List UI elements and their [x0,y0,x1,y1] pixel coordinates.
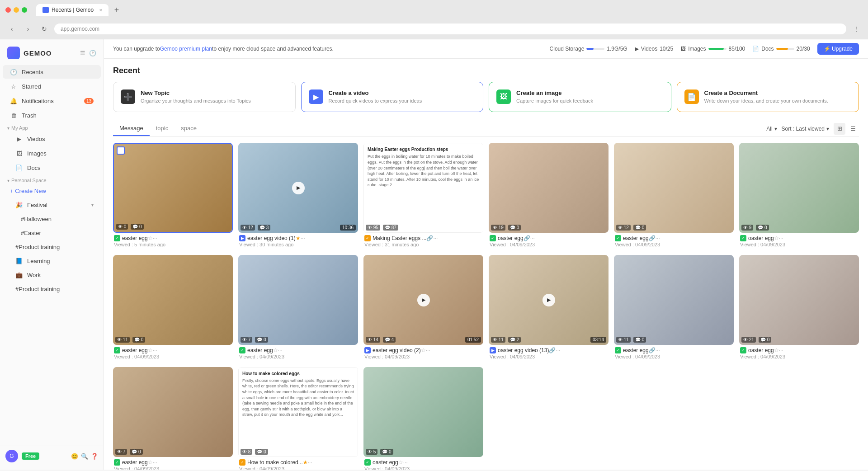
browser-tab[interactable]: Recents | Gemoo × [36,4,108,16]
sidebar-item-images[interactable]: 🖼 Images [3,146,101,160]
banner-link[interactable]: Gemoo premium plan [160,46,212,52]
photo-8 [238,255,358,345]
tab-message[interactable]: Message [113,121,150,136]
close-traffic-light[interactable] [5,7,11,13]
sidebar-item-product-training[interactable]: #Product training [3,240,101,254]
more-btn-4[interactable]: ··· [530,235,535,241]
media-item-8[interactable]: 👁 7 💬 0 ✓ easter egg ☆ ··· Viewed : 04/0… [238,255,358,362]
media-item-9[interactable]: ▶ 01:52 👁 14 💬 4 ▶ easter egg video (2) … [363,255,483,362]
maximize-traffic-light[interactable] [22,7,27,13]
link-btn-5[interactable]: 🔗 [649,235,656,241]
media-item-12[interactable]: 👁 21 💬 0 ✓ oaster egg ☆ ··· Viewed : 04/… [739,255,859,362]
quick-card-new-topic[interactable]: ➕ New Topic Organize your thoughts and m… [113,82,296,112]
quick-card-create-doc[interactable]: 📄 Create a Document Write down your idea… [677,82,859,112]
sidebar-item-product-training2[interactable]: #Product training [3,283,101,296]
new-tab-btn[interactable]: + [110,4,123,16]
extensions-btn[interactable]: ⋮ [850,23,863,35]
reload-btn[interactable]: ↻ [38,23,51,35]
link-btn-3[interactable]: 🔗 [426,235,433,241]
quick-card-create-image[interactable]: 🖼 Create an image Capture images for qui… [489,82,671,112]
link-btn-11[interactable]: 🔗 [649,347,656,353]
star-btn-6[interactable]: ☆ [774,235,779,241]
filter-dropdown[interactable]: All ▾ [766,126,777,132]
media-item-1[interactable]: 👁 0 💬 0 ✓ easter egg ☆ ··· Viewed : 5 mi… [113,143,233,250]
more-btn-11[interactable]: ··· [656,347,660,353]
sidebar-item-festival[interactable]: 🎉 Festival ▾ [3,198,101,212]
forward-btn[interactable]: › [22,23,34,35]
sidebar-item-notifications[interactable]: 🔔 Notificaitons 13 [3,94,101,108]
more-btn-6[interactable]: ··· [779,235,783,241]
more-btn-15[interactable]: ··· [403,459,408,466]
more-btn-5[interactable]: ··· [656,235,660,241]
more-btn-1[interactable]: ··· [153,235,157,241]
more-btn-9[interactable]: ··· [426,347,430,353]
more-btn-3[interactable]: ··· [433,235,438,241]
create-new-btn[interactable]: + Create New [3,185,101,197]
media-item-15[interactable]: 👁 5 💬 0 ✓ oaster egg ☆ ··· Viewed : 04/0… [363,367,483,470]
more-btn-13[interactable]: ··· [153,459,157,466]
link-btn-4[interactable]: 🔗 [524,235,530,241]
more-btn-14[interactable]: ··· [308,459,312,466]
star-btn-12[interactable]: ☆ [774,347,779,353]
sidebar-item-starred[interactable]: ☆ Starred [3,80,101,93]
media-item-2[interactable]: ▶ 10:36 👁 12 💬 3 ▶ easter egg video (1) … [238,143,358,250]
grid-view-btn[interactable]: ⊞ [834,123,845,135]
back-btn[interactable]: ‹ [5,23,18,35]
sidebar-item-halloween[interactable]: #Halloween [3,212,101,226]
play-btn-2[interactable]: ▶ [292,182,305,194]
link-btn-10[interactable]: 🔗 [549,347,556,353]
sidebar-item-docs[interactable]: 📄 Docs [3,161,101,174]
sidebar-item-work[interactable]: 💼 Work [3,268,101,282]
star-btn-2[interactable]: ★ [296,235,301,241]
tab-space[interactable]: space [175,121,203,136]
user-avatar[interactable]: G [5,450,18,462]
media-item-14[interactable]: How to make colored eggs Firstly, choose… [238,367,358,470]
more-btn-10[interactable]: ··· [556,347,560,353]
media-item-13[interactable]: 👁 7 💬 0 ✓ easter egg ☆ ··· Viewed : 04/0… [113,367,233,470]
personal-space-chevron[interactable]: ▾ [7,178,9,183]
sidebar-item-easter[interactable]: #Easter [3,226,101,240]
media-checkbox-1[interactable] [117,146,125,155]
star-btn-14[interactable]: ★ [303,459,308,466]
sidebar-item-trash[interactable]: 🗑 Trash [3,108,101,122]
media-item-4[interactable]: 👁 19 💬 0 ✓ oaster egg 🔗 ··· Viewed : 04/… [489,143,609,250]
star-btn-15[interactable]: ☆ [398,459,403,466]
sidebar-item-recents[interactable]: 🕐 Recents [3,65,101,79]
list-view-btn[interactable]: ☰ [847,123,859,135]
tab-close-btn[interactable]: × [99,7,102,13]
star-btn-9[interactable]: ☆ [421,347,426,353]
more-btn-7[interactable]: ··· [153,347,157,353]
more-btn-2[interactable]: ··· [301,235,305,241]
minimize-traffic-light[interactable] [14,7,19,13]
menu-icon[interactable]: ☰ [80,50,85,57]
media-item-3[interactable]: Making Easter eggs Production steps Put … [363,143,483,250]
quick-card-create-video[interactable]: ▶ Create a video Record quick videos to … [301,82,484,112]
play-btn-10[interactable]: ▶ [542,294,555,306]
emoji-icon[interactable]: 😊 [71,453,78,460]
star-btn-1[interactable]: ☆ [148,235,153,241]
sidebar-item-videos[interactable]: ▶ Viedos [3,132,101,146]
media-item-10[interactable]: ▶ 03:14 👁 11 💬 2 ▶ oaster egg video (13)… [489,255,609,362]
media-item-5[interactable]: 👁 12 💬 0 ✓ easter egg 🔗 ··· Viewed : 04/… [614,143,734,250]
media-item-6[interactable]: 👁 9 💬 0 ✓ oaster egg ☆ ··· Viewed : 04/0… [739,143,859,250]
play-btn-9[interactable]: ▶ [417,294,430,306]
address-bar[interactable]: app.gemoo.com [54,24,846,34]
sidebar-item-learning[interactable]: 📘 Learning [3,254,101,268]
star-btn-13[interactable]: ☆ [148,459,153,466]
tab-topic[interactable]: topic [150,121,175,136]
upgrade-btn[interactable]: ⚡ Upgrade [817,43,859,55]
clock-icon[interactable]: 🕐 [89,50,96,57]
media-name-row-4: ✓ oaster egg 🔗 ··· [490,235,608,241]
star-btn-8[interactable]: ☆ [273,347,278,353]
my-app-chevron[interactable]: ▾ [7,126,9,131]
media-name-9: easter egg video (2) [373,347,421,353]
media-item-7[interactable]: 👁 11 💬 0 ✓ easter egg ☆ ··· Viewed : 04/… [113,255,233,362]
help-icon[interactable]: ❓ [91,453,98,460]
more-btn-12[interactable]: ··· [779,347,783,353]
star-btn-7[interactable]: ☆ [148,347,153,353]
sort-dropdown[interactable]: Sort : Last viewed ▾ [782,126,829,132]
search-bottom-icon[interactable]: 🔍 [81,453,88,460]
media-item-11[interactable]: 👁 11 💬 0 ✓ easter egg 🔗 ··· Viewed : 04/… [614,255,734,362]
comments-stat-14: 💬 0 [255,449,268,455]
more-btn-8[interactable]: ··· [278,347,283,353]
